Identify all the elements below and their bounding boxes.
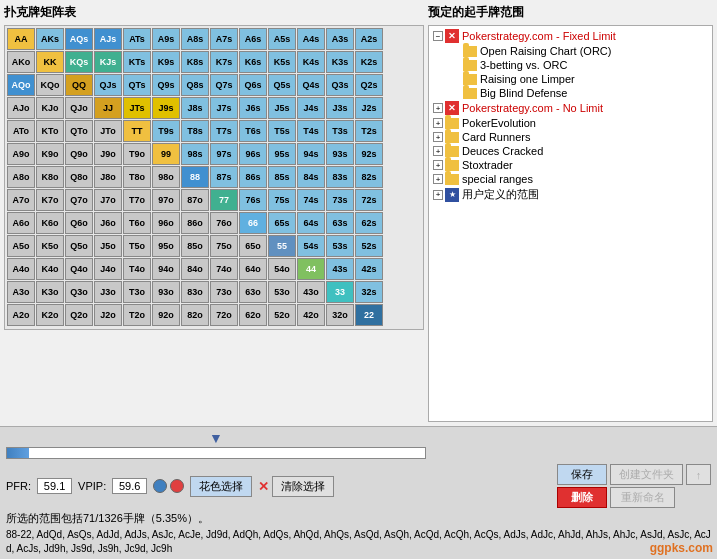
clear-button[interactable]: 清除选择 bbox=[272, 476, 334, 497]
matrix-cell[interactable]: 84o bbox=[181, 258, 209, 280]
matrix-cell[interactable]: 53s bbox=[326, 235, 354, 257]
matrix-cell[interactable]: 94o bbox=[152, 258, 180, 280]
tree-item-card-runners[interactable]: +Card Runners bbox=[431, 130, 710, 144]
matrix-cell[interactable]: 96o bbox=[152, 212, 180, 234]
expand-icon[interactable]: + bbox=[433, 174, 443, 184]
matrix-cell[interactable]: J6o bbox=[94, 212, 122, 234]
matrix-cell[interactable]: 62o bbox=[239, 304, 267, 326]
matrix-cell[interactable]: A2s bbox=[355, 28, 383, 50]
matrix-cell[interactable]: Q8s bbox=[181, 74, 209, 96]
matrix-cell[interactable]: JJ bbox=[94, 97, 122, 119]
matrix-cell[interactable]: 42s bbox=[355, 258, 383, 280]
matrix-cell[interactable]: 54s bbox=[297, 235, 325, 257]
matrix-cell[interactable]: Q3o bbox=[65, 281, 93, 303]
matrix-cell[interactable]: 76s bbox=[239, 189, 267, 211]
matrix-cell[interactable]: A9o bbox=[7, 143, 35, 165]
matrix-cell[interactable]: K4s bbox=[297, 51, 325, 73]
matrix-cell[interactable]: KK bbox=[36, 51, 64, 73]
matrix-cell[interactable]: 96s bbox=[239, 143, 267, 165]
matrix-cell[interactable]: 66 bbox=[239, 212, 267, 234]
matrix-cell[interactable]: 87o bbox=[181, 189, 209, 211]
matrix-cell[interactable]: A5s bbox=[268, 28, 296, 50]
matrix-cell[interactable]: JTo bbox=[94, 120, 122, 142]
matrix-cell[interactable]: 86o bbox=[181, 212, 209, 234]
matrix-cell[interactable]: TT bbox=[123, 120, 151, 142]
matrix-cell[interactable]: 63s bbox=[326, 212, 354, 234]
matrix-cell[interactable]: 82o bbox=[181, 304, 209, 326]
matrix-cell[interactable]: J4o bbox=[94, 258, 122, 280]
matrix-cell[interactable]: 65s bbox=[268, 212, 296, 234]
matrix-cell[interactable]: 97s bbox=[210, 143, 238, 165]
matrix-cell[interactable]: J7s bbox=[210, 97, 238, 119]
matrix-cell[interactable]: T5s bbox=[268, 120, 296, 142]
matrix-cell[interactable]: AQs bbox=[65, 28, 93, 50]
matrix-cell[interactable]: 92s bbox=[355, 143, 383, 165]
expand-icon[interactable]: + bbox=[433, 132, 443, 142]
matrix-cell[interactable]: K6o bbox=[36, 212, 64, 234]
color-select-button[interactable]: 花色选择 bbox=[190, 476, 252, 497]
matrix-cell[interactable]: Q9o bbox=[65, 143, 93, 165]
matrix-cell[interactable]: T3o bbox=[123, 281, 151, 303]
matrix-cell[interactable]: 52s bbox=[355, 235, 383, 257]
matrix-cell[interactable]: K2o bbox=[36, 304, 64, 326]
tree-item-raising-limper[interactable]: Raising one Limper bbox=[431, 72, 710, 86]
matrix-cell[interactable]: KJo bbox=[36, 97, 64, 119]
matrix-cell[interactable]: KQo bbox=[36, 74, 64, 96]
tree-item-user-defined[interactable]: +★用户定义的范围 bbox=[431, 186, 710, 203]
matrix-cell[interactable]: Q6s bbox=[239, 74, 267, 96]
matrix-cell[interactable]: J9o bbox=[94, 143, 122, 165]
matrix-cell[interactable]: T5o bbox=[123, 235, 151, 257]
tree-item-deuces-cracked[interactable]: +Deuces Cracked bbox=[431, 144, 710, 158]
matrix-cell[interactable]: 95s bbox=[268, 143, 296, 165]
matrix-cell[interactable]: 64o bbox=[239, 258, 267, 280]
matrix-cell[interactable]: K7s bbox=[210, 51, 238, 73]
expand-icon[interactable]: + bbox=[433, 118, 443, 128]
matrix-cell[interactable]: 86s bbox=[239, 166, 267, 188]
matrix-cell[interactable]: 32o bbox=[326, 304, 354, 326]
matrix-cell[interactable]: A5o bbox=[7, 235, 35, 257]
matrix-cell[interactable]: A9s bbox=[152, 28, 180, 50]
delete-button[interactable]: 删除 bbox=[557, 487, 607, 508]
matrix-cell[interactable]: Q6o bbox=[65, 212, 93, 234]
matrix-cell[interactable]: A7o bbox=[7, 189, 35, 211]
matrix-cell[interactable]: 83o bbox=[181, 281, 209, 303]
matrix-cell[interactable]: 84s bbox=[297, 166, 325, 188]
matrix-cell[interactable]: T4o bbox=[123, 258, 151, 280]
matrix-cell[interactable]: A8o bbox=[7, 166, 35, 188]
matrix-cell[interactable]: 94s bbox=[297, 143, 325, 165]
matrix-cell[interactable]: 54o bbox=[268, 258, 296, 280]
matrix-cell[interactable]: 63o bbox=[239, 281, 267, 303]
matrix-cell[interactable]: 77 bbox=[210, 189, 238, 211]
matrix-cell[interactable]: K9s bbox=[152, 51, 180, 73]
up-button[interactable]: ↑ bbox=[686, 464, 711, 485]
matrix-cell[interactable]: Q2s bbox=[355, 74, 383, 96]
matrix-cell[interactable]: AJs bbox=[94, 28, 122, 50]
matrix-cell[interactable]: J8o bbox=[94, 166, 122, 188]
matrix-cell[interactable]: AJo bbox=[7, 97, 35, 119]
matrix-cell[interactable]: 53o bbox=[268, 281, 296, 303]
matrix-cell[interactable]: 92o bbox=[152, 304, 180, 326]
dot-red[interactable] bbox=[170, 479, 184, 493]
matrix-cell[interactable]: 99 bbox=[152, 143, 180, 165]
matrix-cell[interactable]: K5o bbox=[36, 235, 64, 257]
matrix-cell[interactable]: T6s bbox=[239, 120, 267, 142]
matrix-cell[interactable]: 83s bbox=[326, 166, 354, 188]
matrix-cell[interactable]: ATs bbox=[123, 28, 151, 50]
matrix-cell[interactable]: 64s bbox=[297, 212, 325, 234]
matrix-cell[interactable]: KJs bbox=[94, 51, 122, 73]
matrix-cell[interactable]: A4o bbox=[7, 258, 35, 280]
matrix-cell[interactable]: 93s bbox=[326, 143, 354, 165]
expand-icon[interactable]: + bbox=[433, 190, 443, 200]
matrix-cell[interactable]: 55 bbox=[268, 235, 296, 257]
matrix-cell[interactable]: K9o bbox=[36, 143, 64, 165]
matrix-cell[interactable]: T2s bbox=[355, 120, 383, 142]
matrix-cell[interactable]: KQs bbox=[65, 51, 93, 73]
matrix-cell[interactable]: J8s bbox=[181, 97, 209, 119]
matrix-cell[interactable]: 75o bbox=[210, 235, 238, 257]
matrix-cell[interactable]: Q9s bbox=[152, 74, 180, 96]
tree-item-big-blind[interactable]: Big Blind Defense bbox=[431, 86, 710, 100]
matrix-cell[interactable]: T2o bbox=[123, 304, 151, 326]
matrix-cell[interactable]: 76o bbox=[210, 212, 238, 234]
matrix-cell[interactable]: 72s bbox=[355, 189, 383, 211]
matrix-cell[interactable]: 65o bbox=[239, 235, 267, 257]
